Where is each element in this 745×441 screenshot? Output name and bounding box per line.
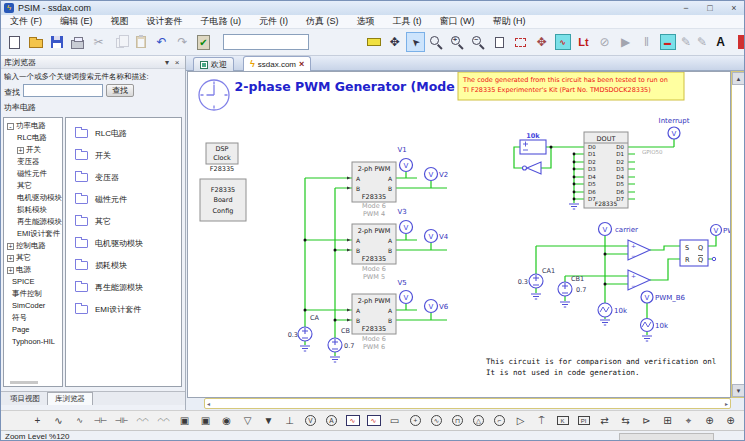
wire-label-icon[interactable]: [364, 32, 383, 52]
undo-icon[interactable]: ↶: [152, 32, 171, 52]
library-folder[interactable]: 变压器: [66, 166, 181, 188]
source-cb[interactable]: [328, 338, 342, 352]
panel-close-icon[interactable]: ×: [172, 58, 182, 67]
dout-block[interactable]: DOUT D0 D1 D2 D3 D4 D5 D6 D7 D0 D1 D2 D3…: [584, 132, 663, 208]
comparator-icon[interactable]: ⊳: [636, 412, 657, 430]
sr-flipflop[interactable]: S Q R Q: [680, 240, 716, 266]
stop-simulation-icon[interactable]: ⊘: [595, 32, 614, 52]
note-box[interactable]: The code generated from this circuit has…: [458, 72, 684, 100]
comparator-1[interactable]: + −: [628, 240, 650, 260]
library-folder[interactable]: 开关: [66, 144, 181, 166]
pwm-block-1[interactable]: 2-ph PWM A B A B F28335 Mode 6 PWM 4: [347, 162, 396, 218]
tree-item[interactable]: RLC电路: [4, 132, 62, 144]
expand-icon[interactable]: +: [7, 255, 14, 262]
library-folder[interactable]: 磁性元件: [66, 188, 181, 210]
new-file-icon[interactable]: [5, 32, 24, 52]
current-sensor-icon[interactable]: ⊕: [720, 412, 741, 430]
resistor-icon[interactable]: ∿: [48, 412, 69, 430]
simulate-check-icon[interactable]: ✔: [194, 32, 213, 52]
menu-edit[interactable]: 编辑 (E): [51, 15, 102, 28]
coupled-inductor-icon[interactable]: ◉: [216, 412, 237, 430]
menu-utilities[interactable]: 工具 (t): [384, 15, 431, 28]
menu-subcircuit[interactable]: 子电路 (u): [192, 15, 251, 28]
library-folder[interactable]: 电机驱动模块: [66, 232, 181, 254]
library-folder[interactable]: EMI设计套件: [66, 298, 181, 320]
dq-abc-transform-icon[interactable]: ⇆: [615, 412, 636, 430]
wire-plus-icon[interactable]: +: [27, 412, 48, 430]
canvas-horizontal-scrollbar[interactable]: ◂ ▸: [204, 398, 731, 409]
source-cb1[interactable]: [558, 282, 572, 296]
oscillator-block[interactable]: [520, 140, 546, 174]
library-folder[interactable]: 其它: [66, 210, 181, 232]
pi-block-icon[interactable]: PI: [573, 412, 594, 430]
ammeter-icon[interactable]: A: [321, 412, 342, 430]
tree-item[interactable]: SimCoder: [4, 300, 62, 312]
lt-tool-icon[interactable]: Lt: [574, 32, 593, 52]
scroll-down-icon[interactable]: ▼: [732, 384, 745, 397]
library-folder[interactable]: 再生能源模块: [66, 276, 181, 298]
tree-item[interactable]: +控制电路: [4, 240, 62, 252]
step-source-icon[interactable]: ⌐: [489, 412, 510, 430]
run-simulation-icon[interactable]: ▶: [616, 32, 635, 52]
script-pen-icon[interactable]: ✎: [679, 32, 693, 52]
tab-welcome[interactable]: 欢迎: [193, 57, 234, 71]
comparator-2[interactable]: + −: [628, 270, 650, 290]
clock-icon[interactable]: [199, 80, 229, 110]
sine-source-icon[interactable]: ∿: [426, 412, 447, 430]
triangle-source-icon[interactable]: △: [468, 412, 489, 430]
pwm-block-3[interactable]: 2-ph PWM A B A B F28335 Mode 6 PWM 6: [347, 294, 396, 351]
carrier-source[interactable]: [598, 303, 612, 317]
select-cursor-icon[interactable]: ➤: [406, 32, 425, 52]
schematic-canvas[interactable]: 2-phase PWM Generator (Mode 6) The code …: [187, 71, 731, 398]
tree-item[interactable]: +电源: [4, 264, 62, 276]
collapse-icon[interactable]: -: [7, 123, 14, 130]
tree-item[interactable]: Typhoon-HIL: [4, 336, 62, 348]
tree-item[interactable]: SPICE: [4, 276, 62, 288]
menu-view[interactable]: 视图: [102, 15, 138, 28]
print-icon[interactable]: [68, 32, 87, 52]
toolbar-search-input[interactable]: [223, 34, 309, 50]
pause-simulation-icon[interactable]: ‖: [637, 32, 656, 52]
menu-simulate[interactable]: 仿真 (S): [297, 15, 348, 28]
capacitor-polarized-icon[interactable]: ⊣⊩: [111, 412, 132, 430]
redo-icon[interactable]: ↷: [173, 32, 192, 52]
menu-design-suite[interactable]: 设计套件: [138, 15, 192, 28]
thyristor-icon[interactable]: ▼: [258, 412, 279, 430]
scroll-right-icon[interactable]: ▸: [725, 400, 728, 407]
tree-item[interactable]: 再生能源模块: [4, 216, 62, 228]
square-source-icon[interactable]: ⊓: [447, 412, 468, 430]
save-icon[interactable]: [47, 32, 66, 52]
menu-elements[interactable]: 元件 (I): [250, 15, 297, 28]
library-folder[interactable]: 损耗模块: [66, 254, 181, 276]
maximize-button[interactable]: □: [698, 2, 722, 15]
gain-block-icon[interactable]: K: [552, 412, 573, 430]
tree-item[interactable]: +开关: [4, 144, 62, 156]
motor-icon[interactable]: ⌖: [678, 412, 699, 430]
menu-window[interactable]: 窗口 (W): [431, 15, 484, 28]
tab-library-browser[interactable]: 库浏览器: [47, 392, 93, 405]
simview-icon[interactable]: ∿: [553, 32, 572, 52]
zoom-rect-icon[interactable]: [511, 32, 530, 52]
clipped-edge-icon[interactable]: [732, 32, 745, 52]
tree-item[interactable]: -功率电路: [4, 120, 62, 132]
simview-result-icon[interactable]: ▬: [658, 32, 677, 52]
c-script-icon[interactable]: C: [741, 412, 745, 430]
panel-dropdown-icon[interactable]: ▾: [162, 58, 172, 67]
tree-item[interactable]: 电机驱动模块: [4, 192, 62, 204]
zoom-fit-icon[interactable]: [490, 32, 509, 52]
search-button[interactable]: 查找: [106, 84, 134, 97]
tree-item[interactable]: EMI设计套件: [4, 228, 62, 240]
source-ca1[interactable]: [529, 274, 543, 288]
copy-icon[interactable]: [110, 32, 129, 52]
pan-page-icon[interactable]: ✥: [532, 32, 551, 52]
tree-item[interactable]: Page: [4, 324, 62, 336]
scope-2ch-icon[interactable]: ∿: [363, 412, 384, 430]
board-config-block[interactable]: F28335 Board Config: [200, 179, 246, 221]
expand-icon[interactable]: +: [7, 243, 14, 250]
zoom-out-icon[interactable]: −: [469, 32, 488, 52]
zoom-icon[interactable]: [427, 32, 446, 52]
pwm-b6-source[interactable]: [641, 319, 654, 332]
scroll-left-icon[interactable]: ◂: [207, 400, 210, 407]
opamp-icon[interactable]: ▷: [510, 412, 531, 430]
cut-icon[interactable]: ✂: [89, 32, 108, 52]
